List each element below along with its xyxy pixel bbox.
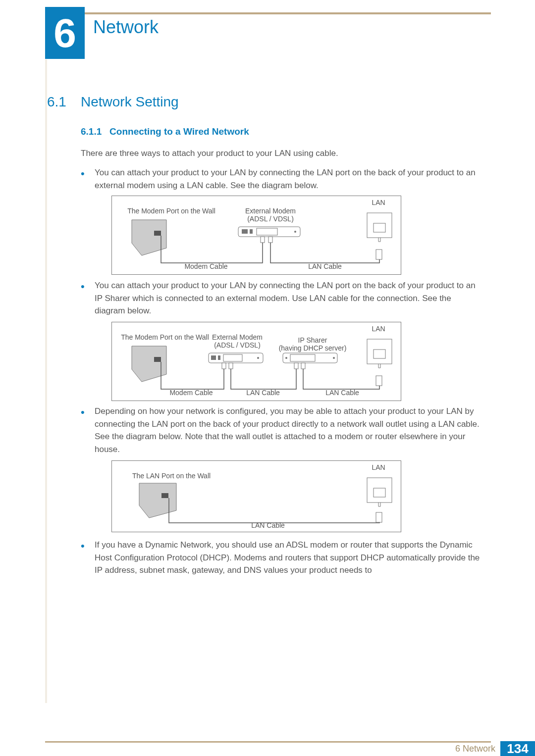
footer-page-number: 134	[500, 741, 535, 756]
bullet-icon: •	[81, 539, 86, 577]
footer-accent-rule	[45, 741, 491, 743]
bullet-text: You can attach your product to your LAN …	[95, 166, 482, 192]
diagram-wall-direct: The LAN Port on the Wall LAN RJ45 LAN Ca…	[111, 460, 401, 532]
svg-point-22	[285, 357, 287, 359]
section-number: 6.1	[47, 94, 66, 110]
chapter-number-badge: 6	[45, 7, 85, 59]
svg-rect-13	[154, 357, 161, 362]
list-item: • You can attach your product to your LA…	[81, 166, 482, 192]
svg-rect-11	[376, 250, 382, 259]
svg-rect-29	[376, 376, 382, 386]
svg-rect-10	[374, 223, 385, 232]
svg-rect-1	[154, 231, 161, 236]
diagram-modem-direct: The Modem Port on the Wall External Mode…	[111, 196, 401, 275]
diagram-svg	[112, 196, 402, 275]
svg-rect-15	[211, 355, 216, 360]
svg-point-6	[294, 231, 296, 233]
bullet-text: You can attach your product to your LAN …	[95, 279, 482, 317]
list-item: • Depending on how your network is confi…	[81, 405, 482, 455]
svg-rect-31	[161, 493, 168, 498]
bullet-icon: •	[81, 405, 86, 455]
svg-rect-20	[229, 363, 233, 369]
svg-rect-23	[290, 354, 315, 361]
diagram-ip-sharer: The Modem Port on the Wall External Mode…	[111, 322, 401, 401]
top-accent-rule	[45, 12, 491, 14]
chapter-title: Network	[93, 17, 159, 38]
svg-rect-16	[218, 355, 220, 360]
left-margin-rule	[45, 59, 47, 703]
section-title: Network Setting	[81, 94, 179, 110]
intro-paragraph: There are three ways to attach your prod…	[81, 149, 338, 158]
svg-point-18	[257, 357, 259, 359]
svg-rect-28	[374, 350, 385, 358]
svg-rect-19	[222, 363, 226, 369]
footer-chapter-label: 6 Network	[455, 741, 495, 756]
svg-rect-25	[294, 363, 298, 369]
diagram-svg	[112, 322, 402, 402]
bullet-icon: •	[81, 166, 86, 192]
subsection-number: 6.1.1	[81, 126, 102, 137]
svg-rect-26	[301, 363, 305, 369]
diagram-svg	[112, 461, 402, 533]
svg-rect-5	[257, 228, 277, 235]
bullet-text: Depending on how your network is configu…	[95, 405, 482, 455]
bullet-icon: •	[81, 279, 86, 317]
page-footer: 6 Network 134	[0, 741, 535, 756]
svg-rect-7	[261, 237, 265, 243]
svg-rect-33	[374, 488, 385, 497]
svg-rect-8	[268, 237, 272, 243]
svg-rect-17	[223, 354, 242, 361]
svg-rect-4	[250, 229, 253, 234]
svg-marker-30	[139, 483, 176, 518]
subsection-title: Connecting to a Wired Network	[109, 126, 249, 137]
svg-rect-34	[376, 512, 382, 522]
subsection-heading: 6.1.1 Connecting to a Wired Network	[81, 126, 249, 137]
svg-point-24	[333, 357, 335, 359]
list-item: • You can attach your product to your LA…	[81, 279, 482, 317]
list-item: • If you have a Dynamic Network, you sho…	[81, 539, 482, 577]
svg-rect-3	[242, 229, 248, 234]
bullet-text: If you have a Dynamic Network, you shoul…	[95, 539, 482, 577]
